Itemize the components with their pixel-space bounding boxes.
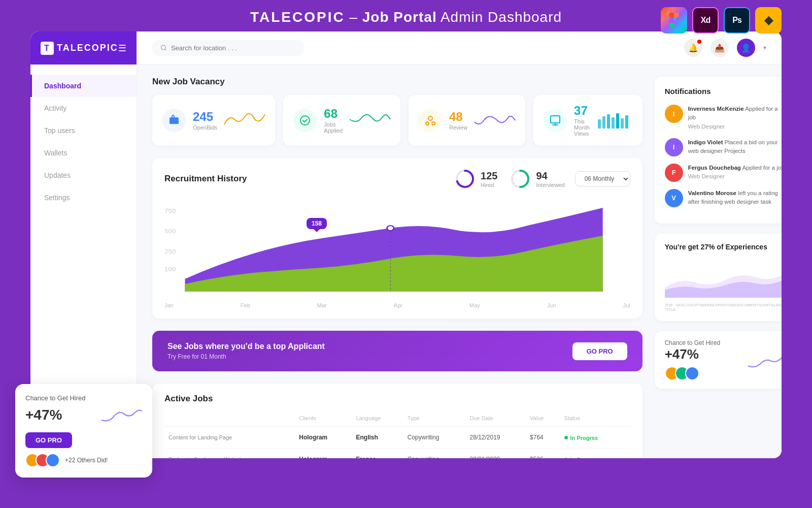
th-clients: Clients [295, 412, 352, 427]
stat-icon-applied [293, 109, 317, 132]
hired-number: 125 [481, 170, 497, 182]
job-client-2: Hologram [295, 449, 352, 458]
interviewed-label: Interviewed [536, 182, 564, 188]
nav-settings[interactable]: Settings [30, 186, 137, 209]
svg-line-1 [165, 49, 166, 50]
nav-top-users[interactable]: Top users [30, 119, 137, 142]
promo-go-pro-button[interactable]: GO PRO [572, 342, 627, 360]
stat-info-applied: 68 Jobs Applied [324, 107, 343, 134]
svg-point-4 [428, 116, 432, 120]
nav-activity[interactable]: Activity [30, 97, 137, 119]
search-bar[interactable] [152, 40, 304, 56]
svg-rect-10 [607, 114, 610, 129]
x-label-feb: Feb [241, 302, 250, 308]
bottom-right-card: Chance to Get Hired +47% [655, 331, 782, 389]
sidebar-go-pro-button[interactable]: GO PRO [25, 432, 72, 448]
exp-label-6: UNITS [761, 303, 773, 312]
sidebar-logo: T TALECOPIC [41, 42, 118, 55]
search-input[interactable] [171, 44, 296, 52]
notification-bell[interactable]: 🔔 [684, 39, 702, 57]
svg-text:500: 500 [164, 229, 176, 235]
notif-avatar-1: I [665, 105, 683, 123]
stat-open-bids: 245 OpenBids [152, 95, 275, 146]
jobs-table: Clients Language Type Due Date Value Sta… [164, 412, 630, 458]
brc-chart [748, 351, 782, 373]
right-column: Notifications ··· I Inverness McKenzie A… [655, 77, 782, 458]
x-label-mar: Mar [317, 302, 327, 308]
sidebar-card-bottom: +22 Others Did! [25, 453, 142, 467]
section-title-vacancy: New Job Vacancy [152, 77, 642, 87]
stat-info-review: 48 Review [449, 110, 467, 131]
stat-label-review: Review [449, 124, 467, 131]
status-text-2: In Progress [570, 457, 601, 458]
stat-review: 48 Review [409, 95, 525, 146]
notif-title: Notifications [665, 87, 711, 96]
period-select[interactable]: 06 Monthly 12 Monthly [575, 171, 630, 186]
nav-dashboard[interactable]: Dashboard [30, 75, 137, 97]
notif-text-3: Fergus Douchebag Applied for a job Web D… [688, 164, 782, 181]
th-status: Status [560, 412, 630, 427]
job-type-1: Copywriting [403, 427, 466, 449]
notification-upload[interactable]: 📤 [710, 39, 729, 57]
notif-avatar-4: V [665, 189, 683, 207]
xd-icon: Xd [692, 7, 719, 34]
stat-number-applied: 68 [324, 107, 343, 120]
header-right: 🔔 📤 👤 ▾ [684, 39, 766, 57]
table-row: Content for Landing Page Hologram Englis… [164, 427, 630, 449]
svg-text:250: 250 [164, 249, 176, 255]
x-label-jan: Jan [164, 302, 174, 308]
th-type: Type [403, 412, 466, 427]
promo-sub: Try Free for 01 Month [167, 353, 325, 360]
s-av3 [46, 453, 60, 467]
x-label-jul: Jul [623, 302, 630, 308]
stat-icon-views [544, 109, 567, 132]
nav-updates[interactable]: Updates [30, 164, 137, 186]
job-name-2: Redesgin Conference Website [164, 449, 295, 458]
th-value: Value [526, 412, 560, 427]
chart-tooltip: 158 [307, 218, 327, 229]
exp-label-3: SOFTWARE [690, 303, 713, 312]
notifications-card: Notifications ··· I Inverness McKenzie A… [655, 77, 782, 224]
ps-icon: Ps [724, 7, 750, 34]
banner-rest: Admin Dashboard [441, 9, 562, 25]
job-status-2: In Progress [560, 449, 630, 458]
interviewed-item: 94 Interviewed [510, 168, 564, 189]
new-job-vacancy-section: New Job Vacancy 245 [152, 77, 642, 146]
interviewed-donut [510, 168, 531, 189]
table-row: Redesgin Conference Website Hologram Fra… [164, 449, 630, 458]
stat-info-views: 37 This Month Views [574, 104, 590, 137]
stat-label-views: This Month Views [574, 118, 590, 137]
svg-rect-12 [616, 113, 619, 129]
stat-chart-applied [350, 109, 390, 132]
sidebar-avatar-stack [25, 453, 60, 467]
x-label-jun: Jun [547, 302, 556, 308]
banner-brand: TALECOPIC [250, 9, 345, 25]
notif-item-4: V Valentino Morose left you a rating aft… [665, 189, 782, 207]
hamburger-icon[interactable]: ☰ [118, 43, 126, 54]
avatar-chevron[interactable]: ▾ [763, 44, 766, 51]
status-dot-1 [564, 436, 568, 439]
job-type-2: Copywriting [403, 449, 466, 458]
job-name-1: Content for Landing Page [164, 427, 295, 449]
notif-header: Notifications ··· [665, 86, 782, 97]
top-banner: TALECOPIC – Job Portal Admin Dashboard X… [0, 0, 812, 31]
stat-chart-views [597, 109, 632, 132]
stat-info-bids: 245 OpenBids [193, 110, 217, 131]
user-avatar[interactable]: 👤 [737, 39, 755, 57]
svg-point-23 [387, 226, 394, 231]
notif-menu-button[interactable]: ··· [779, 86, 782, 97]
x-label-apr: Apr [394, 302, 402, 308]
svg-text:750: 750 [164, 208, 176, 214]
nav-wallets[interactable]: Wallets [30, 142, 137, 164]
avatar-stack [665, 366, 699, 380]
svg-point-5 [426, 122, 429, 125]
stat-number-views: 37 [574, 104, 590, 117]
promo-banner: See Jobs where you'd be a top Applicant … [152, 331, 642, 371]
job-client-1: Hologram [295, 427, 352, 449]
promo-heading: See Jobs where you'd be a top Applicant [167, 342, 325, 351]
banner-bold: Job Portal [362, 9, 437, 25]
sidebar-card-label: Chance to Get Hired [25, 394, 142, 402]
stat-month-views: 37 This Month Views [533, 95, 642, 146]
th-job [164, 412, 295, 427]
stat-number-review: 48 [449, 110, 467, 123]
